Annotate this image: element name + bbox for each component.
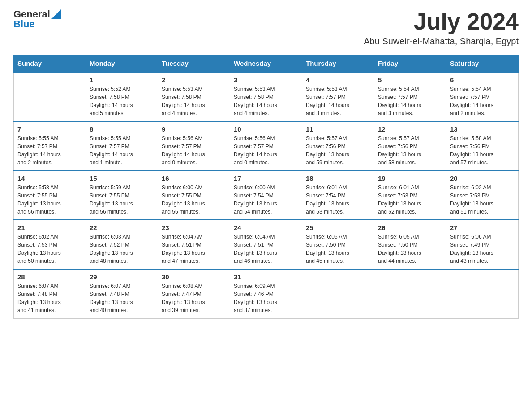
day-info: Sunrise: 6:02 AMSunset: 7:53 PMDaylight:…: [450, 184, 515, 216]
week-row-1: 1Sunrise: 5:52 AMSunset: 7:58 PMDaylight…: [14, 72, 519, 121]
calendar-cell: 9Sunrise: 5:56 AMSunset: 7:57 PMDaylight…: [158, 121, 230, 171]
col-header-tuesday: Tuesday: [158, 55, 230, 73]
day-info: Sunrise: 6:01 AMSunset: 7:53 PMDaylight:…: [378, 184, 442, 216]
calendar-cell: 27Sunrise: 6:06 AMSunset: 7:49 PMDayligh…: [446, 220, 519, 269]
calendar-cell: 30Sunrise: 6:08 AMSunset: 7:47 PMDayligh…: [158, 269, 230, 318]
day-number: 21: [17, 224, 82, 231]
calendar-cell: 24Sunrise: 6:04 AMSunset: 7:51 PMDayligh…: [230, 220, 302, 269]
day-number: 12: [378, 125, 442, 133]
col-header-thursday: Thursday: [302, 55, 374, 73]
day-info: Sunrise: 5:54 AMSunset: 7:57 PMDaylight:…: [378, 85, 442, 117]
calendar-cell: 1Sunrise: 5:52 AMSunset: 7:58 PMDaylight…: [86, 72, 158, 121]
calendar-cell: 19Sunrise: 6:01 AMSunset: 7:53 PMDayligh…: [374, 171, 446, 220]
day-info: Sunrise: 6:03 AMSunset: 7:52 PMDaylight:…: [90, 233, 154, 265]
day-info: Sunrise: 5:58 AMSunset: 7:56 PMDaylight:…: [450, 134, 515, 167]
calendar-cell: 13Sunrise: 5:58 AMSunset: 7:56 PMDayligh…: [446, 121, 519, 171]
day-number: 29: [90, 273, 154, 281]
day-info: Sunrise: 5:53 AMSunset: 7:58 PMDaylight:…: [162, 85, 226, 117]
day-info: Sunrise: 6:04 AMSunset: 7:51 PMDaylight:…: [162, 233, 226, 265]
col-header-wednesday: Wednesday: [230, 55, 302, 73]
day-number: 26: [378, 224, 442, 231]
calendar-cell: 11Sunrise: 5:57 AMSunset: 7:56 PMDayligh…: [302, 121, 374, 171]
day-info: Sunrise: 6:08 AMSunset: 7:47 PMDaylight:…: [162, 282, 226, 314]
calendar-cell: 4Sunrise: 5:53 AMSunset: 7:57 PMDaylight…: [302, 72, 374, 121]
day-number: 31: [234, 273, 298, 281]
day-info: Sunrise: 5:56 AMSunset: 7:57 PMDaylight:…: [234, 134, 298, 167]
day-info: Sunrise: 5:58 AMSunset: 7:55 PMDaylight:…: [17, 184, 82, 216]
week-row-2: 7Sunrise: 5:55 AMSunset: 7:57 PMDaylight…: [14, 121, 519, 171]
logo: General Blue: [13, 9, 61, 30]
title-block: July 2024 Abu Suweir-el-Mahatta, Sharqia…: [364, 9, 519, 47]
day-number: 3: [234, 76, 298, 84]
calendar-cell: 18Sunrise: 6:01 AMSunset: 7:54 PMDayligh…: [302, 171, 374, 220]
day-number: 9: [162, 125, 226, 133]
calendar-cell: 29Sunrise: 6:07 AMSunset: 7:48 PMDayligh…: [86, 269, 158, 318]
col-header-monday: Monday: [86, 55, 158, 73]
calendar-cell: 20Sunrise: 6:02 AMSunset: 7:53 PMDayligh…: [446, 171, 519, 220]
day-info: Sunrise: 6:01 AMSunset: 7:54 PMDaylight:…: [306, 184, 370, 216]
day-number: 18: [306, 175, 370, 182]
day-number: 25: [306, 224, 370, 231]
week-row-4: 21Sunrise: 6:02 AMSunset: 7:53 PMDayligh…: [14, 220, 519, 269]
day-number: 1: [90, 76, 154, 84]
calendar-cell: 10Sunrise: 5:56 AMSunset: 7:57 PMDayligh…: [230, 121, 302, 171]
day-number: 2: [162, 76, 226, 84]
page-header: General Blue July 2024 Abu Suweir-el-Mah…: [13, 9, 519, 47]
day-number: 24: [234, 224, 298, 231]
calendar-cell: 5Sunrise: 5:54 AMSunset: 7:57 PMDaylight…: [374, 72, 446, 121]
day-number: 30: [162, 273, 226, 281]
days-of-week-row: SundayMondayTuesdayWednesdayThursdayFrid…: [14, 55, 519, 73]
calendar-cell: 22Sunrise: 6:03 AMSunset: 7:52 PMDayligh…: [86, 220, 158, 269]
day-info: Sunrise: 5:53 AMSunset: 7:58 PMDaylight:…: [234, 85, 298, 117]
calendar-cell: 8Sunrise: 5:55 AMSunset: 7:57 PMDaylight…: [86, 121, 158, 171]
calendar-table: SundayMondayTuesdayWednesdayThursdayFrid…: [13, 55, 519, 319]
day-number: 6: [450, 76, 515, 84]
day-info: Sunrise: 6:04 AMSunset: 7:51 PMDaylight:…: [234, 233, 298, 265]
calendar-header: SundayMondayTuesdayWednesdayThursdayFrid…: [14, 55, 519, 73]
calendar-body: 1Sunrise: 5:52 AMSunset: 7:58 PMDaylight…: [14, 72, 519, 318]
day-info: Sunrise: 5:55 AMSunset: 7:57 PMDaylight:…: [17, 134, 82, 167]
col-header-sunday: Sunday: [14, 55, 86, 73]
day-info: Sunrise: 5:57 AMSunset: 7:56 PMDaylight:…: [306, 134, 370, 167]
day-info: Sunrise: 6:06 AMSunset: 7:49 PMDaylight:…: [450, 233, 515, 265]
day-number: 23: [162, 224, 226, 231]
calendar-cell: 25Sunrise: 6:05 AMSunset: 7:50 PMDayligh…: [302, 220, 374, 269]
day-info: Sunrise: 6:00 AMSunset: 7:54 PMDaylight:…: [234, 184, 298, 216]
location-subtitle: Abu Suweir-el-Mahatta, Sharqia, Egypt: [364, 36, 519, 47]
day-number: 27: [450, 224, 515, 231]
calendar-cell: [446, 269, 519, 318]
calendar-cell: 26Sunrise: 6:05 AMSunset: 7:50 PMDayligh…: [374, 220, 446, 269]
calendar-cell: 3Sunrise: 5:53 AMSunset: 7:58 PMDaylight…: [230, 72, 302, 121]
col-header-friday: Friday: [374, 55, 446, 73]
day-number: 5: [378, 76, 442, 84]
day-number: 4: [306, 76, 370, 84]
calendar-cell: [302, 269, 374, 318]
calendar-cell: 7Sunrise: 5:55 AMSunset: 7:57 PMDaylight…: [14, 121, 86, 171]
day-info: Sunrise: 6:09 AMSunset: 7:46 PMDaylight:…: [234, 282, 298, 314]
day-number: 8: [90, 125, 154, 133]
calendar-cell: 23Sunrise: 6:04 AMSunset: 7:51 PMDayligh…: [158, 220, 230, 269]
calendar-cell: 12Sunrise: 5:57 AMSunset: 7:56 PMDayligh…: [374, 121, 446, 171]
calendar-cell: 16Sunrise: 6:00 AMSunset: 7:55 PMDayligh…: [158, 171, 230, 220]
day-number: 11: [306, 125, 370, 133]
day-number: 28: [17, 273, 82, 281]
calendar-cell: 2Sunrise: 5:53 AMSunset: 7:58 PMDaylight…: [158, 72, 230, 121]
svg-marker-0: [51, 9, 61, 19]
day-info: Sunrise: 6:02 AMSunset: 7:53 PMDaylight:…: [17, 233, 82, 265]
day-number: 16: [162, 175, 226, 182]
day-info: Sunrise: 6:07 AMSunset: 7:48 PMDaylight:…: [17, 282, 82, 314]
day-number: 22: [90, 224, 154, 231]
calendar-cell: 28Sunrise: 6:07 AMSunset: 7:48 PMDayligh…: [14, 269, 86, 318]
col-header-saturday: Saturday: [446, 55, 519, 73]
day-info: Sunrise: 5:59 AMSunset: 7:55 PMDaylight:…: [90, 184, 154, 216]
day-info: Sunrise: 6:07 AMSunset: 7:48 PMDaylight:…: [90, 282, 154, 314]
day-number: 7: [17, 125, 82, 133]
calendar-cell: 31Sunrise: 6:09 AMSunset: 7:46 PMDayligh…: [230, 269, 302, 318]
day-info: Sunrise: 5:53 AMSunset: 7:57 PMDaylight:…: [306, 85, 370, 117]
logo-blue-text: Blue: [13, 19, 61, 30]
month-year-title: July 2024: [364, 9, 519, 34]
day-info: Sunrise: 5:55 AMSunset: 7:57 PMDaylight:…: [90, 134, 154, 167]
day-number: 19: [378, 175, 442, 182]
day-info: Sunrise: 5:54 AMSunset: 7:57 PMDaylight:…: [450, 85, 515, 117]
day-info: Sunrise: 6:05 AMSunset: 7:50 PMDaylight:…: [378, 233, 442, 265]
